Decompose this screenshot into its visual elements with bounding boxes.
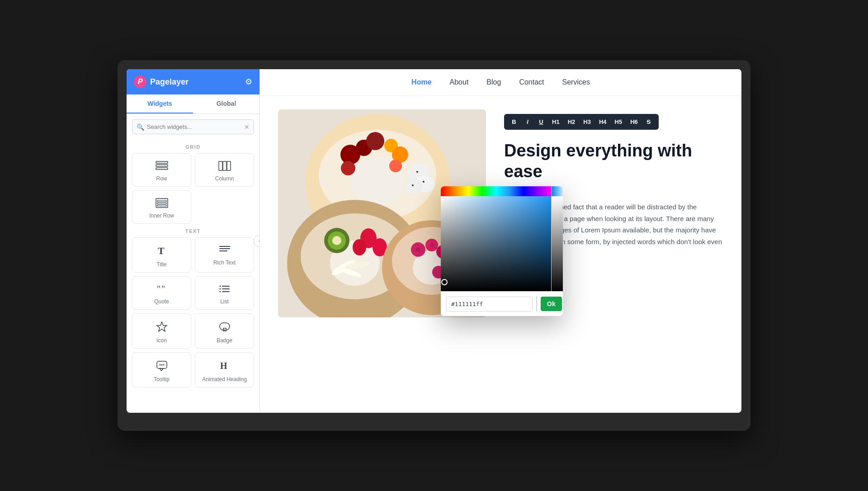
list-label: List [220,298,229,305]
svg-rect-2 [156,168,168,170]
sidebar-tabs: Widgets Global [127,94,259,114]
nav-services[interactable]: Services [562,78,590,86]
svg-point-68 [416,247,420,252]
nav-blog[interactable]: Blog [486,78,501,86]
column-icon [218,161,231,173]
widget-rich-text[interactable]: Rich Text [195,237,254,273]
search-input[interactable] [132,119,254,134]
svg-point-29 [163,364,164,366]
inner-row-icon [156,198,168,210]
title-icon: T [156,245,168,259]
sidebar-logo: P Pagelayer [134,76,189,88]
color-cursor[interactable] [441,279,448,285]
svg-point-53 [332,236,341,245]
widget-column[interactable]: Column [195,153,254,187]
widget-list[interactable]: List [195,276,254,310]
svg-rect-13 [219,250,227,251]
widget-inner-row[interactable]: Inner Row [132,190,191,224]
ok-button[interactable]: Ok [541,297,562,311]
svg-rect-8 [157,203,166,204]
nav-contact[interactable]: Contact [519,78,544,86]
color-gradient[interactable] [441,196,551,291]
svg-point-18 [219,288,221,290]
widget-animated-heading[interactable]: H Animated Heading [195,352,254,387]
text-section-label: TEXT [132,224,254,237]
widget-icon[interactable]: Icon [132,313,191,349]
nav-home[interactable]: Home [411,78,431,86]
text-section: TEXT T Title [127,224,259,391]
svg-rect-19 [222,288,230,289]
sidebar-header: P Pagelayer ⚙ [127,69,259,94]
svg-rect-11 [219,246,230,247]
main-content: Home About Blog Contact Services [260,69,741,413]
h6-button[interactable]: H6 [627,117,642,127]
color-picker-popup: Ok [441,186,563,316]
page-heading: Design everything with ease [504,141,723,182]
quote-icon: " " [156,284,168,296]
svg-point-45 [416,171,418,173]
svg-text:T: T [158,245,165,256]
tab-global[interactable]: Global [193,94,259,113]
badge-label: Badge [217,337,232,344]
row-label: Row [156,175,167,182]
icon-widget-icon [156,321,168,335]
widget-tooltip[interactable]: Tooltip [132,352,191,387]
rich-text-icon [219,245,231,257]
sidebar: P Pagelayer ⚙ Widgets Global 🔍 ✕ GRID [127,69,260,413]
h2-button[interactable]: H2 [564,117,579,127]
h3-button[interactable]: H3 [580,117,594,127]
screen: P Pagelayer ⚙ Widgets Global 🔍 ✕ GRID [127,69,741,413]
italic-button[interactable]: I [521,117,534,127]
app-name: Pagelayer [150,77,189,87]
bold-button[interactable]: B [508,117,520,127]
svg-point-38 [341,161,355,175]
svg-rect-1 [156,165,168,166]
widget-row[interactable]: Row [132,153,191,187]
h5-button[interactable]: H5 [611,117,626,127]
svg-text:H: H [220,361,227,371]
hue-slider[interactable] [441,186,551,196]
svg-text:": " [161,284,165,294]
svg-marker-22 [157,322,167,331]
svg-rect-23 [220,323,230,330]
brightness-slider[interactable] [551,196,563,291]
search-icon: 🔍 [137,123,144,131]
text-widgets: T Title Rich Text [132,237,254,387]
clear-icon[interactable]: ✕ [244,123,250,131]
animated-heading-icon: H [219,360,231,373]
widget-title[interactable]: T Title [132,237,191,273]
nav-about[interactable]: About [450,78,469,86]
svg-point-46 [423,181,425,183]
grid-section-label: GRID [132,140,254,153]
logo-icon: P [134,76,146,88]
svg-point-16 [219,286,221,287]
svg-point-27 [159,364,160,366]
icon-widget-label: Icon [156,337,167,344]
grid-section: GRID Row [127,140,259,224]
svg-rect-21 [222,291,230,292]
underline-button[interactable]: U [535,117,547,127]
hex-input[interactable] [446,297,533,312]
h1-button[interactable]: H1 [548,117,563,127]
color-picker-footer: Ok [441,291,563,316]
svg-rect-7 [157,200,166,202]
svg-rect-12 [219,248,230,249]
widget-quote[interactable]: " " Quote [132,276,191,310]
tab-widgets[interactable]: Widgets [127,94,193,113]
badge-icon [219,321,231,335]
row-icon [156,161,168,173]
svg-point-56 [353,239,366,255]
tooltip-icon [156,360,168,373]
strikethrough-button[interactable]: S [642,117,655,127]
color-preview [536,296,537,312]
page-body: B I U H1 H2 H3 H4 H5 H6 S Design everyth… [260,96,741,331]
search-box: 🔍 ✕ [127,114,259,140]
settings-icon[interactable]: ⚙ [245,77,252,87]
widget-badge[interactable]: Badge [195,313,254,349]
svg-point-37 [366,132,384,150]
svg-point-47 [412,184,414,186]
inner-row-label: Inner Row [149,212,174,219]
svg-point-20 [219,291,221,293]
site-nav: Home About Blog Contact Services [260,69,741,96]
h4-button[interactable]: H4 [595,117,610,127]
